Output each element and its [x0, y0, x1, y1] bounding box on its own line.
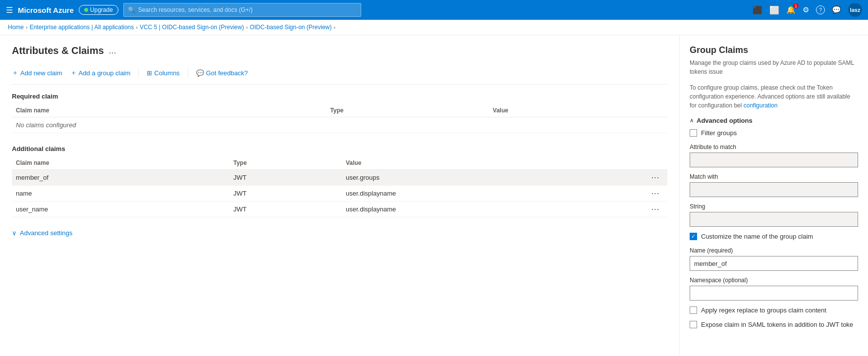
cloud-icon[interactable]: ⬜ — [769, 5, 779, 15]
panel-desc-text: Manage the group claims used by Azure AD… — [690, 59, 854, 75]
expose-claim-checkbox[interactable] — [690, 321, 697, 328]
required-empty-row: No claims configured — [12, 117, 667, 133]
name-required-label: Name (required) — [690, 247, 858, 254]
row-actions-menu[interactable]: ··· — [651, 190, 660, 197]
attribute-to-match-input[interactable] — [690, 153, 858, 167]
hamburger-icon[interactable]: ☰ — [6, 5, 13, 15]
advanced-options-chevron: ∧ — [690, 117, 694, 124]
left-panel: Attributes & Claims ... ＋ Add new claim … — [0, 35, 680, 355]
breadcrumb-sep-3: › — [246, 24, 248, 30]
additional-section-title: Additional claims — [12, 145, 667, 153]
breadcrumb: Home › Enterprise applications | All app… — [0, 20, 868, 35]
breadcrumb-oidc[interactable]: OIDC-based Sign-on (Preview) — [250, 24, 331, 31]
claim-name-cell: user_name — [12, 202, 229, 217]
add-group-icon: ＋ — [70, 68, 77, 77]
add-group-claim-button[interactable]: ＋ Add a group claim — [70, 66, 131, 79]
name-required-input[interactable] — [690, 256, 858, 271]
search-bar[interactable]: 🔍 Search resources, services, and docs (… — [123, 3, 361, 17]
claim-name-cell: member_of — [12, 170, 229, 186]
table-row[interactable]: name JWT user.displayname ··· — [12, 186, 667, 202]
breadcrumb-sep-1: › — [26, 24, 28, 30]
apply-regex-row: Apply regex replace to groups claim cont… — [690, 306, 858, 314]
claim-actions-cell[interactable]: ··· — [648, 202, 667, 217]
row-actions-menu[interactable]: ··· — [651, 174, 660, 181]
expose-claim-label: Expose claim in SAML tokens in addition … — [701, 321, 853, 328]
upgrade-button[interactable]: Upgrade — [79, 5, 118, 15]
upgrade-label: Upgrade — [90, 6, 113, 13]
advanced-options-header[interactable]: ∧ Advanced options — [690, 117, 858, 124]
string-field: String — [690, 203, 858, 227]
breadcrumb-home[interactable]: Home — [8, 24, 24, 31]
match-with-input[interactable] — [690, 182, 858, 197]
toolbar-divider-2 — [188, 68, 188, 78]
filter-groups-row: Filter groups — [690, 129, 858, 137]
upgrade-dot — [84, 8, 88, 12]
namespace-optional-label: Namespace (optional) — [690, 277, 858, 284]
required-claims-table: Claim name Type Value No claims configur… — [12, 104, 667, 133]
namespace-optional-input[interactable] — [690, 286, 858, 301]
feedback-icon[interactable]: 💬 — [832, 5, 841, 14]
customize-name-checkbox[interactable]: ✓ — [690, 233, 697, 240]
search-icon: 🔍 — [128, 6, 135, 13]
add-new-claim-button[interactable]: ＋ Add new claim — [12, 66, 62, 79]
table-row[interactable]: member_of JWT user.groups ··· — [12, 170, 667, 186]
claim-name-cell: name — [12, 186, 229, 202]
help-icon[interactable]: ? — [816, 5, 825, 14]
brand-name: Microsoft Azure — [18, 6, 74, 14]
avatar[interactable]: lasz — [848, 3, 862, 17]
breadcrumb-enterprise[interactable]: Enterprise applications | All applicatio… — [30, 24, 134, 31]
advanced-settings-label: Advanced settings — [20, 229, 72, 237]
row-actions-menu[interactable]: ··· — [651, 205, 660, 213]
match-with-label: Match with — [690, 173, 858, 180]
filter-groups-label: Filter groups — [701, 129, 737, 137]
navbar: ☰ Microsoft Azure Upgrade 🔍 Search resou… — [0, 0, 868, 20]
advanced-settings-toggle[interactable]: ∨ Advanced settings — [12, 229, 667, 237]
advanced-settings-chevron: ∨ — [12, 229, 17, 237]
required-col-name: Claim name — [12, 104, 326, 117]
panel-info: To configure group claims, please check … — [690, 83, 858, 110]
claim-type-cell: JWT — [229, 186, 342, 202]
settings-icon[interactable]: ⚙ — [803, 5, 809, 14]
claim-value-cell: user.displayname — [342, 186, 648, 202]
attribute-to-match-field: Attribute to match — [690, 144, 858, 167]
page-title: Attributes & Claims — [12, 45, 104, 56]
claim-type-cell: JWT — [229, 170, 342, 186]
claim-actions-cell[interactable]: ··· — [648, 170, 667, 186]
config-link[interactable]: configuration — [744, 102, 778, 109]
add-icon: ＋ — [12, 68, 18, 77]
apply-regex-checkbox[interactable] — [690, 306, 697, 314]
namespace-optional-field: Namespace (optional) — [690, 277, 858, 301]
attribute-to-match-label: Attribute to match — [690, 144, 858, 151]
string-label: String — [690, 203, 858, 210]
claim-actions-cell[interactable]: ··· — [648, 186, 667, 202]
required-col-value: Value — [489, 104, 667, 117]
apply-regex-label: Apply regex replace to groups claim cont… — [701, 306, 826, 314]
notification-badge: 1 — [793, 3, 799, 8]
required-col-type: Type — [326, 104, 488, 117]
bell-icon[interactable]: 🔔 1 — [786, 5, 796, 14]
right-panel: Group Claims Manage the group claims use… — [680, 35, 868, 355]
columns-icon: ⊞ — [147, 69, 152, 77]
page-title-row: Attributes & Claims ... — [12, 45, 667, 56]
claim-value-cell: user.displayname — [342, 202, 648, 217]
panel-desc: Manage the group claims used by Azure AD… — [690, 58, 858, 76]
breadcrumb-sep-4: › — [334, 24, 336, 30]
page-menu-button[interactable]: ... — [109, 46, 116, 56]
filter-groups-checkbox[interactable] — [690, 129, 697, 137]
columns-button[interactable]: ⊞ Columns — [147, 67, 179, 79]
string-input[interactable] — [690, 212, 858, 227]
claim-value-cell: user.groups — [342, 170, 648, 186]
table-row[interactable]: user_name JWT user.displayname ··· — [12, 202, 667, 217]
additional-col-type: Type — [229, 156, 342, 170]
advanced-options-label: Advanced options — [697, 117, 753, 124]
required-empty-message: No claims configured — [12, 117, 667, 133]
required-section-title: Required claim — [12, 93, 667, 100]
feedback-button[interactable]: 💬 Got feedback? — [196, 67, 248, 79]
expose-claim-row: Expose claim in SAML tokens in addition … — [690, 321, 858, 328]
additional-col-name: Claim name — [12, 156, 229, 170]
breadcrumb-vcc[interactable]: VCC 5 | OIDC-based Sign-on (Preview) — [140, 24, 244, 31]
search-placeholder: Search resources, services, and docs (G+… — [138, 6, 253, 13]
additional-claims-table: Claim name Type Value member_of JWT user… — [12, 156, 667, 217]
portal-icon[interactable]: ⬛ — [753, 5, 762, 15]
breadcrumb-sep-2: › — [136, 24, 138, 30]
